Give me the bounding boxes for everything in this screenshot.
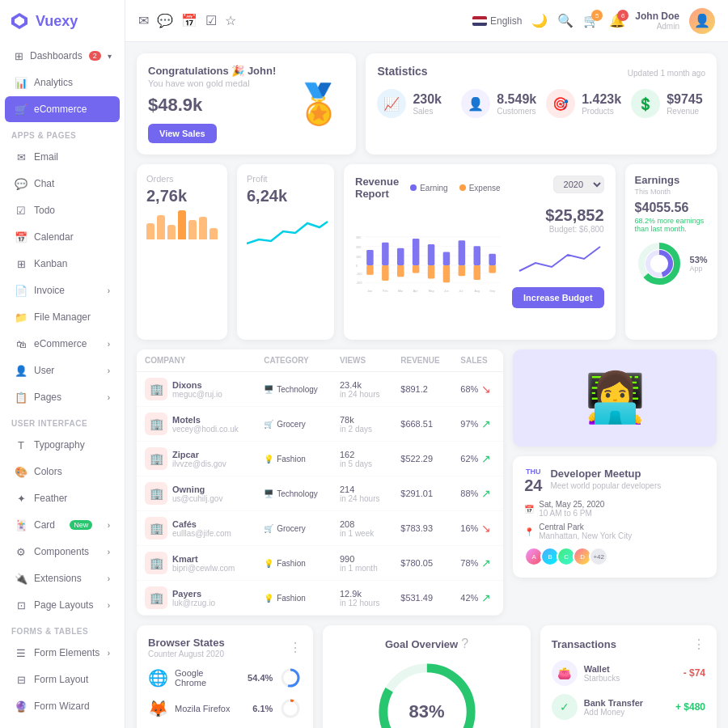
views-sub: in 1 month bbox=[340, 564, 384, 573]
goal-help-icon[interactable]: ? bbox=[461, 637, 468, 651]
calendar-header-icon[interactable]: 📅 bbox=[181, 13, 197, 28]
sidebar-item-pages[interactable]: 📋 Pages › bbox=[5, 384, 120, 410]
chevron-icon9: › bbox=[108, 601, 110, 610]
avatar[interactable]: 👤 bbox=[689, 8, 715, 34]
sidebar-item-form-elements[interactable]: ☰ Form Elements › bbox=[5, 640, 120, 666]
message-icon[interactable]: 💬 bbox=[157, 13, 173, 28]
bar-3 bbox=[167, 225, 176, 239]
chart-left: Revenue Report Earning Expense bbox=[355, 176, 501, 328]
views-value: 23.4k bbox=[340, 380, 384, 390]
sidebar-item-typography[interactable]: T Typography bbox=[5, 432, 120, 458]
card-icon: 🃏 bbox=[15, 518, 28, 531]
company-cell: 🏢 Kmart bipri@cewlw.com bbox=[137, 546, 256, 581]
company-logo: 🏢 bbox=[145, 552, 167, 574]
language-selector[interactable]: English bbox=[472, 15, 522, 27]
moon-icon[interactable]: 🌙 bbox=[531, 13, 548, 28]
view-sales-button[interactable]: View Sales bbox=[148, 124, 217, 143]
star-icon[interactable]: ☆ bbox=[225, 13, 236, 28]
sidebar-item-components[interactable]: ⚙ Components › bbox=[5, 539, 120, 565]
stat-sales-label: Sales bbox=[413, 107, 442, 116]
category-badge: 🖥️ Technology bbox=[264, 489, 324, 498]
sidebar-item-ecommerce2[interactable]: 🛍 eCommerce › bbox=[5, 331, 120, 357]
event-title: Developer Meetup bbox=[550, 468, 661, 480]
orders-card: Orders 2,76k bbox=[137, 164, 227, 340]
browser-row: 🌐 Google Chrome 54.4% bbox=[148, 667, 302, 689]
transactions-menu-button[interactable]: ⋮ bbox=[692, 637, 705, 652]
profit-card: Profit 6,24k bbox=[237, 164, 334, 340]
card-new-badge: New bbox=[70, 520, 92, 530]
sidebar-item-feather[interactable]: ✦ Feather bbox=[5, 485, 120, 511]
views-sub: in 2 days bbox=[340, 425, 384, 434]
profit-label: Profit bbox=[247, 174, 324, 184]
mail-icon[interactable]: ✉ bbox=[138, 13, 149, 28]
event-day: 24 bbox=[524, 476, 542, 495]
sidebar-item-analytics[interactable]: 📊 Analytics bbox=[5, 70, 120, 95]
page-content: Congratulations 🎉 John! You have won gol… bbox=[125, 42, 728, 728]
col-company: COMPANY bbox=[137, 349, 256, 372]
views-sub: in 24 hours bbox=[340, 494, 384, 503]
increase-budget-button[interactable]: Increase Budget bbox=[512, 287, 604, 308]
event-subtitle: Meet world popular developers bbox=[550, 481, 661, 490]
sidebar-item-extensions[interactable]: 🔌 Extensions › bbox=[5, 565, 120, 591]
sidebar-item-todo[interactable]: ☑ Todo bbox=[5, 197, 120, 223]
sidebar-item-file-manager[interactable]: 📁 File Manager bbox=[5, 304, 120, 330]
sidebar-item-form-layout[interactable]: ⊟ Form Layout bbox=[5, 667, 120, 692]
event-info: Developer Meetup Meet world popular deve… bbox=[550, 468, 661, 490]
sidebar-item-kanban[interactable]: ⊞ Kanban bbox=[5, 251, 120, 277]
sidebar-item-invoice[interactable]: 📄 Invoice › bbox=[5, 277, 120, 303]
sidebar-item-email[interactable]: ✉ Email bbox=[5, 144, 120, 170]
views-value: 78k bbox=[340, 415, 384, 425]
stats-title: Statistics bbox=[377, 65, 427, 78]
views-cell: 208 in 1 week bbox=[332, 511, 392, 546]
company-name: Cafés bbox=[172, 519, 231, 529]
table-row: 🏢 Motels vecey@hodi.co.uk 🛒 Grocery 78k … bbox=[137, 407, 503, 442]
header: ✉ 💬 📅 ☑ ☆ English 🌙 🔍 🛒 5 🔔 6 John Do bbox=[125, 0, 728, 42]
chevron-icon5: › bbox=[108, 393, 110, 402]
sidebar-item-ecommerce[interactable]: 🛒 eCommerce bbox=[5, 96, 120, 122]
earnings-card: Earnings This Month $4055.56 68.2% more … bbox=[625, 164, 717, 340]
user-info: John Doe Admin bbox=[635, 11, 679, 31]
year-selector[interactable]: 2020 2019 bbox=[553, 176, 604, 193]
sidebar-item-chat[interactable]: 💬 Chat bbox=[5, 171, 120, 197]
earnings-donut bbox=[635, 239, 684, 288]
sidebar-item-form-wizard[interactable]: 🔮 Form Wizard bbox=[5, 693, 120, 719]
svg-text:-200: -200 bbox=[356, 281, 362, 285]
user-name: John Doe bbox=[635, 11, 679, 22]
bar-2 bbox=[157, 215, 165, 239]
chart-right: 2020 2019 $25,852 Budget: $6,800 Increas… bbox=[507, 176, 604, 328]
views-value: 208 bbox=[340, 519, 384, 529]
table-row: 🏢 Zipcar ilvvze@dis.gov 💡 Fashion 162 in… bbox=[137, 442, 503, 476]
trend-icon: ↗ bbox=[481, 452, 491, 465]
chevron-icon7: › bbox=[108, 548, 110, 557]
sidebar-item-user[interactable]: 👤 User › bbox=[5, 358, 120, 383]
svg-rect-15 bbox=[382, 243, 389, 265]
category-icon: 🖥️ bbox=[264, 385, 273, 394]
sidebar-item-calendar[interactable]: 📅 Calendar bbox=[5, 224, 120, 250]
earning-label: Earning bbox=[420, 184, 447, 193]
stats-updated: Updated 1 month ago bbox=[628, 69, 705, 78]
txn-name: Wallet bbox=[584, 664, 620, 674]
txn-icon: 👛 bbox=[552, 660, 578, 686]
orders-value: 2,76k bbox=[146, 187, 218, 205]
views-sub: in 12 hours bbox=[340, 599, 384, 607]
svg-rect-19 bbox=[443, 252, 451, 265]
sidebar-item-form-validation[interactable]: ✓ Form Validation bbox=[5, 720, 120, 728]
col-category: CATEGORY bbox=[256, 349, 332, 372]
sidebar-item-colors[interactable]: 🎨 Colors bbox=[5, 459, 120, 485]
sidebar-item-card[interactable]: 🃏 Card New › bbox=[5, 512, 120, 538]
ecommerce2-icon: 🛍 bbox=[15, 337, 28, 350]
profit-value: 6,24k bbox=[247, 187, 324, 205]
event-date-text: Sat, May 25, 2020 bbox=[539, 500, 604, 509]
medal-icon: 🏅 bbox=[294, 82, 343, 127]
browser-row: 🦊 Mozila Firefox 6.1% bbox=[148, 697, 302, 720]
svg-rect-26 bbox=[413, 265, 420, 273]
sidebar-item-page-layouts[interactable]: ⊡ Page Layouts › bbox=[5, 592, 120, 618]
browser-menu-button[interactable]: ⋮ bbox=[289, 640, 302, 655]
file-manager-label: File Manager bbox=[34, 311, 91, 323]
search-icon[interactable]: 🔍 bbox=[557, 13, 574, 28]
category-name: Grocery bbox=[277, 420, 306, 429]
cart-icon[interactable]: 🛒 5 bbox=[583, 13, 599, 28]
task-icon[interactable]: ☑ bbox=[205, 13, 217, 28]
bell-icon[interactable]: 🔔 6 bbox=[609, 13, 625, 28]
sidebar-item-dashboards[interactable]: ⊞ Dashboards 2 ▾ bbox=[5, 43, 120, 69]
